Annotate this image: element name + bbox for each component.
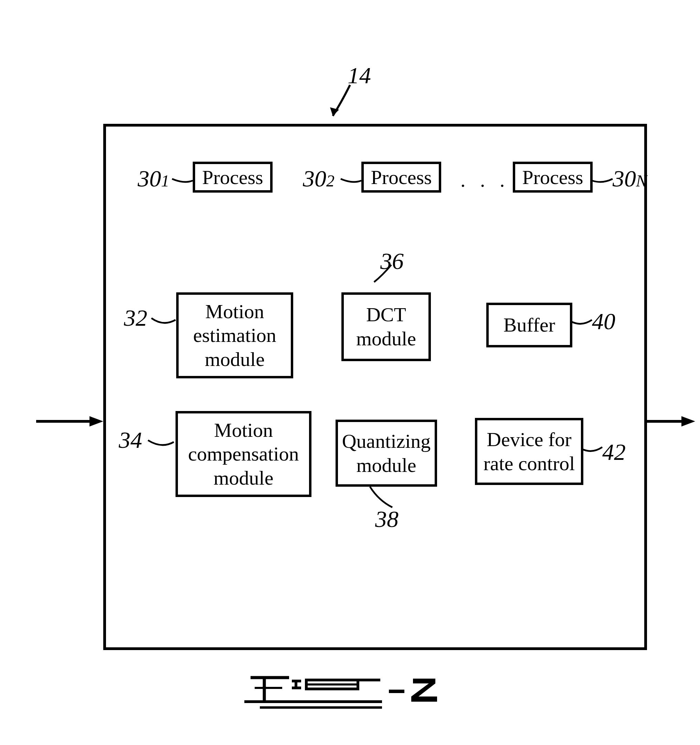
motion-compensation-module: Motion compensation module	[175, 411, 312, 497]
ref-30-n: 30N	[613, 165, 647, 192]
process-1-box: Process	[193, 162, 273, 193]
ellipsis: . . .	[460, 169, 510, 191]
ref-40: 40	[592, 308, 615, 335]
motion-compensation-label: Motion compensation module	[188, 418, 299, 490]
dct-module: DCT module	[342, 292, 431, 361]
leader-36-icon	[372, 265, 396, 289]
ref-42: 42	[602, 438, 626, 466]
motion-estimation-label: Motion estimation module	[193, 299, 276, 371]
quantizing-module: Quantizing module	[336, 420, 437, 487]
buffer-label: Buffer	[504, 313, 555, 337]
rate-control-module: Device for rate control	[475, 418, 583, 485]
input-arrow-icon	[36, 414, 105, 428]
encoder-container	[103, 124, 647, 650]
svg-marker-4	[681, 416, 695, 426]
ref-32: 32	[124, 304, 147, 332]
dct-label: DCT module	[356, 303, 416, 350]
process-n-box: Process	[513, 162, 593, 193]
figure-label-icon	[244, 676, 437, 709]
motion-estimation-module: Motion estimation module	[176, 292, 293, 378]
rate-control-label: Device for rate control	[484, 428, 575, 475]
svg-rect-14	[389, 690, 405, 693]
quantizing-label: Quantizing module	[342, 429, 431, 477]
ref-30-1: 301	[138, 165, 169, 192]
process-2-box: Process	[361, 162, 441, 193]
process-n-label: Process	[522, 166, 583, 189]
buffer-module: Buffer	[486, 303, 572, 347]
ref-34: 34	[119, 426, 142, 454]
process-1-label: Process	[202, 166, 263, 189]
leader-34-icon	[148, 433, 179, 450]
reference-arrow-icon	[322, 85, 371, 126]
ref-30-2: 302	[303, 165, 334, 192]
process-2-label: Process	[371, 166, 432, 189]
ref-38: 38	[375, 506, 399, 533]
svg-marker-2	[90, 416, 103, 426]
output-arrow-icon	[645, 414, 697, 428]
